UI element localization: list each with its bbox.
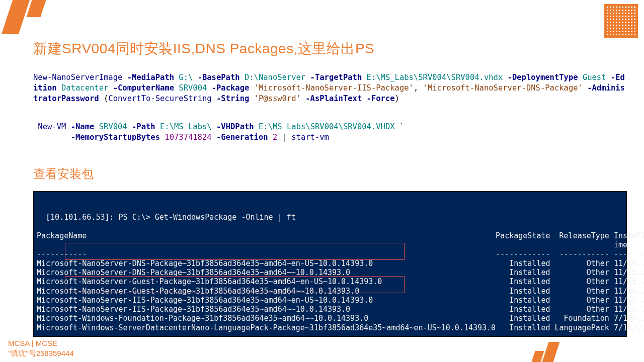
heading-main: 新建SRV004同时安装IIS,DNS Packages,这里给出PS (33, 39, 627, 58)
console-row: Microsoft-NanoServer-IIS-Package~31bf385… (37, 305, 644, 314)
console-row: Microsoft-Windows-ServerDatacenterNano-L… (37, 323, 644, 332)
console-row: Microsoft-NanoServer-IIS-Package~31bf385… (37, 296, 644, 305)
footer: MCSA | MCSE "填坑"号258359444 (8, 338, 74, 358)
console-prompt: [10.101.66.53]: PS C:\> Get-WindowsPacka… (46, 213, 296, 222)
console-output: [10.101.66.53]: PS C:\> Get-WindowsPacka… (33, 191, 627, 337)
heading-sub: 查看安装包 (33, 166, 627, 182)
code-block-1: New-NanoServerImage -MediaPath G:\ -Base… (33, 72, 627, 104)
decoration-top (0, 0, 50, 34)
qr-code (604, 4, 638, 38)
console-separator: ----------- ------------ ----------- ---… (37, 249, 644, 258)
console-row: Microsoft-NanoServer-Guest-Package~31bf3… (37, 277, 644, 286)
console-header: PackageName PackageState ReleaseType Ins… (37, 231, 644, 249)
slide-content: 新建SRV004同时安装IIS,DNS Packages,这里给出PS New-… (33, 39, 627, 337)
footer-line2: "填坑"号258359444 (8, 348, 74, 358)
console-row: Microsoft-NanoServer-Guest-Package~31bf3… (37, 287, 644, 296)
console-row: Microsoft-NanoServer-DNS-Package~31bf385… (37, 268, 644, 277)
decoration-bottom (533, 342, 564, 362)
console-row: Microsoft-NanoServer-DNS-Package~31bf385… (37, 259, 644, 268)
code-block-2: New-VM -Name SRV004 -Path E:\MS_Labs\ -V… (33, 111, 627, 143)
console-row: Microsoft-Windows-Foundation-Package~31b… (37, 314, 644, 323)
footer-line1: MCSA | MCSE (8, 338, 74, 348)
